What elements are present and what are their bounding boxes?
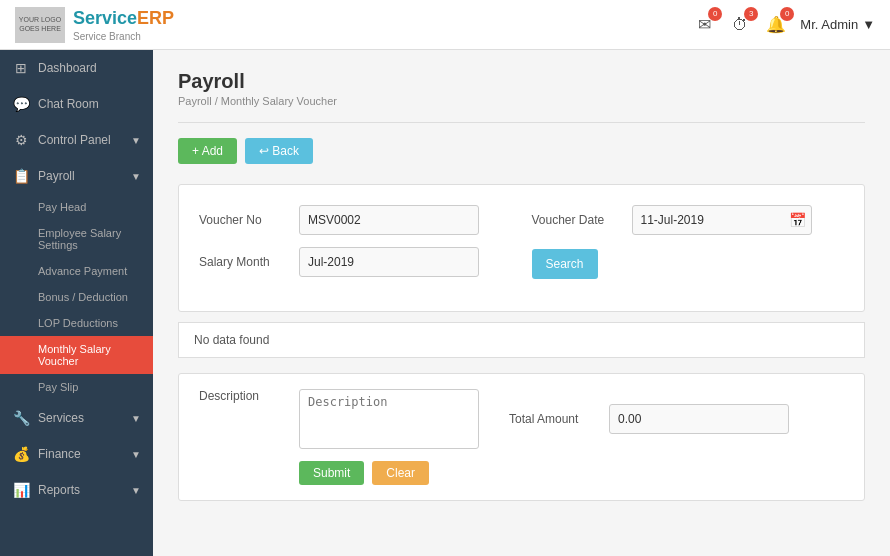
clock-badge: 3 xyxy=(744,7,758,21)
bell-badge: 0 xyxy=(780,7,794,21)
chat-icon: 💬 xyxy=(12,96,30,112)
description-textarea[interactable] xyxy=(299,389,479,449)
total-amount-label: Total Amount xyxy=(509,412,599,426)
payroll-icon: 📋 xyxy=(12,168,30,184)
salary-month-input[interactable] xyxy=(299,247,479,277)
brand-name: ServiceERP xyxy=(73,8,174,29)
breadcrumb: Payroll / Monthly Salary Voucher xyxy=(178,95,865,107)
search-button-group: Search xyxy=(532,247,845,279)
dashboard-icon: ⊞ xyxy=(12,60,30,76)
divider xyxy=(178,122,865,123)
logo-box: YOUR LOGO GOES HERE xyxy=(15,7,65,43)
sidebar-item-finance[interactable]: 💰 Finance ▼ xyxy=(0,436,153,472)
salary-month-label: Salary Month xyxy=(199,255,289,269)
services-icon: 🔧 xyxy=(12,410,30,426)
sidebar-item-payroll[interactable]: 📋 Payroll ▼ xyxy=(0,158,153,194)
finance-icon: 💰 xyxy=(12,446,30,462)
sidebar-item-services[interactable]: 🔧 Services ▼ xyxy=(0,400,153,436)
toolbar: + Add ↩ Back xyxy=(178,138,865,164)
voucher-no-input[interactable] xyxy=(299,205,479,235)
sidebar-item-chat-room[interactable]: 💬 Chat Room xyxy=(0,86,153,122)
sidebar-label-reports: Reports xyxy=(38,483,80,497)
sidebar-item-pay-head[interactable]: Pay Head xyxy=(0,194,153,220)
brand-sub: Service Branch xyxy=(73,31,174,42)
form-top: Voucher No Voucher Date 📅 Salary Month xyxy=(178,184,865,312)
brand-highlight: ERP xyxy=(137,8,174,28)
sidebar-label-payroll: Payroll xyxy=(38,169,75,183)
no-data-row: No data found xyxy=(178,322,865,358)
sidebar-label-dashboard: Dashboard xyxy=(38,61,97,75)
action-buttons: Submit Clear xyxy=(199,461,844,485)
voucher-date-label: Voucher Date xyxy=(532,213,622,227)
sidebar: ⊞ Dashboard 💬 Chat Room ⚙ Control Panel … xyxy=(0,50,153,556)
bell-icon-button[interactable]: 🔔 0 xyxy=(764,13,788,37)
form-bottom: Description Total Amount Submit Clear xyxy=(178,373,865,501)
pay-head-label: Pay Head xyxy=(38,201,86,213)
sidebar-item-employee-salary[interactable]: Employee Salary Settings xyxy=(0,220,153,258)
header-right: ✉ 0 ⏱ 3 🔔 0 Mr. Admin ▼ xyxy=(692,13,875,37)
sidebar-item-advance-payment[interactable]: Advance Payment xyxy=(0,258,153,284)
no-data-text: No data found xyxy=(194,333,269,347)
form-row-voucher: Voucher No Voucher Date 📅 xyxy=(199,205,844,235)
advance-payment-label: Advance Payment xyxy=(38,265,127,277)
user-label: Mr. Admin xyxy=(800,17,858,32)
chevron-down-icon: ▼ xyxy=(131,135,141,146)
monthly-salary-voucher-label: Monthly Salary Voucher xyxy=(38,343,111,367)
chevron-down-icon-payroll: ▼ xyxy=(131,171,141,182)
chevron-down-icon-reports: ▼ xyxy=(131,485,141,496)
header: YOUR LOGO GOES HERE ServiceERP Service B… xyxy=(0,0,890,50)
total-amount-input[interactable] xyxy=(609,404,789,434)
chevron-down-icon-finance: ▼ xyxy=(131,449,141,460)
main-layout: ⊞ Dashboard 💬 Chat Room ⚙ Control Panel … xyxy=(0,50,890,556)
add-button[interactable]: + Add xyxy=(178,138,237,164)
sidebar-item-pay-slip[interactable]: Pay Slip xyxy=(0,374,153,400)
salary-month-group: Salary Month xyxy=(199,247,512,277)
lop-deductions-label: LOP Deductions xyxy=(38,317,118,329)
voucher-no-group: Voucher No xyxy=(199,205,512,235)
submit-button[interactable]: Submit xyxy=(299,461,364,485)
chevron-down-icon-services: ▼ xyxy=(131,413,141,424)
pay-slip-label: Pay Slip xyxy=(38,381,78,393)
page-title: Payroll xyxy=(178,70,865,93)
sidebar-label-chat: Chat Room xyxy=(38,97,99,111)
voucher-date-group: Voucher Date 📅 xyxy=(532,205,845,235)
email-icon-button[interactable]: ✉ 0 xyxy=(692,13,716,37)
clock-icon-button[interactable]: ⏱ 3 xyxy=(728,13,752,37)
reports-icon: 📊 xyxy=(12,482,30,498)
form-row-salary-month: Salary Month Search xyxy=(199,247,844,279)
voucher-date-wrapper: 📅 xyxy=(632,205,812,235)
clear-button[interactable]: Clear xyxy=(372,461,429,485)
employee-salary-label: Employee Salary Settings xyxy=(38,227,121,251)
sidebar-item-lop-deductions[interactable]: LOP Deductions xyxy=(0,310,153,336)
back-button[interactable]: ↩ Back xyxy=(245,138,313,164)
sidebar-label-services: Services xyxy=(38,411,84,425)
brand-info: ServiceERP Service Branch xyxy=(73,8,174,42)
sidebar-item-bonus-deduction[interactable]: Bonus / Deduction xyxy=(0,284,153,310)
total-amount-group: Total Amount xyxy=(509,389,789,449)
user-chevron-icon: ▼ xyxy=(862,17,875,32)
sidebar-item-dashboard[interactable]: ⊞ Dashboard xyxy=(0,50,153,86)
sidebar-item-monthly-salary-voucher[interactable]: Monthly Salary Voucher xyxy=(0,336,153,374)
description-label: Description xyxy=(199,389,289,403)
content-area: Payroll Payroll / Monthly Salary Voucher… xyxy=(153,50,890,556)
logo-area: YOUR LOGO GOES HERE ServiceERP Service B… xyxy=(15,7,174,43)
description-group: Description xyxy=(199,389,479,449)
form-bottom-row: Description Total Amount xyxy=(199,389,844,449)
search-button[interactable]: Search xyxy=(532,249,598,279)
voucher-date-input[interactable] xyxy=(632,205,812,235)
email-badge: 0 xyxy=(708,7,722,21)
voucher-no-label: Voucher No xyxy=(199,213,289,227)
sidebar-label-finance: Finance xyxy=(38,447,81,461)
sidebar-item-control-panel[interactable]: ⚙ Control Panel ▼ xyxy=(0,122,153,158)
sidebar-label-control: Control Panel xyxy=(38,133,111,147)
bonus-deduction-label: Bonus / Deduction xyxy=(38,291,128,303)
user-menu[interactable]: Mr. Admin ▼ xyxy=(800,17,875,32)
sidebar-item-reports[interactable]: 📊 Reports ▼ xyxy=(0,472,153,508)
control-panel-icon: ⚙ xyxy=(12,132,30,148)
calendar-icon[interactable]: 📅 xyxy=(789,212,806,228)
